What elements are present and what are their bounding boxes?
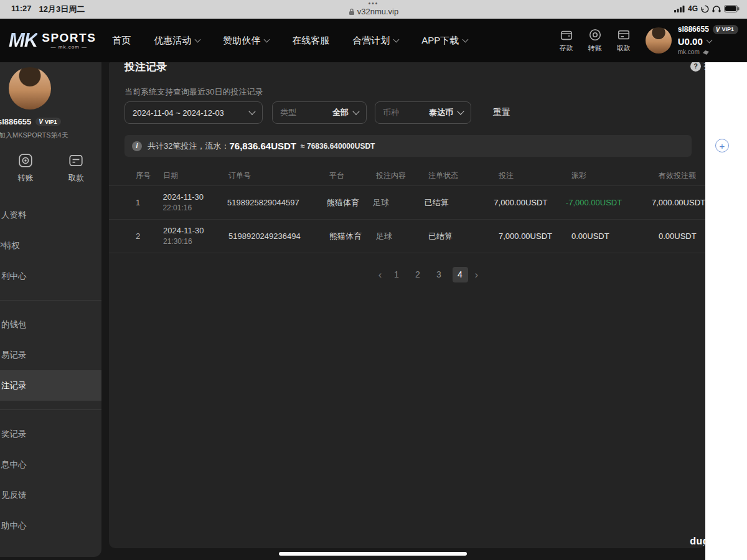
vip-badge[interactable]: VVIP1 bbox=[713, 25, 738, 34]
cell-valid-bet: 0.00USDT bbox=[659, 231, 705, 241]
sidebar-transfer-button[interactable]: 转账 bbox=[0, 152, 51, 184]
sidebar-item-vip-privilege[interactable]: P特权 bbox=[0, 230, 101, 261]
logo[interactable]: MK SPORTS — mk.com — bbox=[9, 29, 96, 52]
site-flag-icon bbox=[702, 49, 710, 55]
cell-bet-amount: 7,000.00USDT bbox=[499, 231, 571, 241]
cell-status: 已结算 bbox=[428, 231, 499, 242]
col-header: 投注 bbox=[499, 170, 571, 181]
col-header: 派彩 bbox=[571, 170, 659, 181]
wallet-icon bbox=[560, 28, 573, 42]
filter-bar: 2024-11-04 ~ 2024-12-03 类型 全部 币种 泰达币 重置 bbox=[125, 101, 510, 124]
sidebar-item-message-center[interactable]: 息中心 bbox=[0, 449, 101, 480]
page-button-3[interactable]: 3 bbox=[431, 267, 447, 282]
tab-overflow-dots[interactable]: ••• bbox=[369, 1, 379, 7]
vip-badge: VVIP1 bbox=[35, 118, 61, 126]
chevron-down-icon bbox=[352, 108, 359, 114]
sidebar-item-feedback[interactable]: 见反馈 bbox=[0, 480, 101, 510]
cell-bet-content: 足球 bbox=[373, 197, 425, 208]
cell-index: 1 bbox=[136, 198, 162, 207]
nav-item-support[interactable]: 在线客服 bbox=[292, 35, 329, 47]
signal-icon bbox=[674, 6, 685, 12]
prev-page-button[interactable]: ‹ bbox=[377, 269, 383, 281]
pagination: ‹ 1 2 3 4 › bbox=[130, 267, 705, 282]
table-row[interactable]: 1 2024-11-30 22:01:16 5198925829044597 熊… bbox=[109, 185, 705, 219]
chevron-down-icon bbox=[264, 37, 270, 43]
col-header: 注单状态 bbox=[428, 170, 499, 181]
page-button-2[interactable]: 2 bbox=[410, 267, 426, 282]
sidebar-item-help-center[interactable]: 助中心 bbox=[0, 510, 101, 541]
chevron-down-icon bbox=[248, 108, 255, 114]
cell-order-number: 5198925829044597 bbox=[227, 198, 327, 207]
right-white-panel: + bbox=[705, 62, 747, 560]
sidebar-withdraw-button[interactable]: 取款 bbox=[51, 152, 102, 184]
page-button-1[interactable]: 1 bbox=[389, 267, 405, 282]
page-subtitle: 当前系统支持查询最近30日的投注记录 bbox=[125, 86, 263, 98]
sidebar-menu: 人资料 P特权 利中心 的钱包 易记录 注记录 奖记录 息中心 见反馈 助中心 bbox=[0, 191, 101, 549]
address-bar[interactable]: v32nmu.vip bbox=[349, 7, 398, 17]
nav-item-sponsors[interactable]: 赞助伙伴 bbox=[223, 35, 269, 47]
help-icon: ? bbox=[690, 62, 701, 72]
page-body: sl886655 VVIP1 加入MKSPORTS第4天 转账 取款 人资料 P… bbox=[0, 62, 747, 560]
bank-card-icon bbox=[617, 28, 631, 42]
avatar[interactable] bbox=[646, 27, 672, 54]
cell-order-number: 5198920249236494 bbox=[228, 231, 329, 241]
site-label: mk.com bbox=[678, 48, 738, 56]
url-text: v32nmu.vip bbox=[357, 7, 398, 17]
sidebar: sl886655 VVIP1 加入MKSPORTS第4天 转账 取款 人资料 P… bbox=[0, 62, 101, 557]
cell-payout: -7,000.00USDT bbox=[566, 198, 652, 207]
transfer-icon bbox=[17, 152, 34, 169]
chevron-down-icon bbox=[393, 37, 400, 43]
info-icon: i bbox=[132, 141, 142, 151]
balance-dropdown[interactable]: U0.00 bbox=[678, 35, 738, 48]
headphones-icon bbox=[712, 5, 721, 12]
page-title: 投注记录 bbox=[125, 62, 167, 74]
logo-mk-text: MK bbox=[9, 29, 37, 52]
cell-bet-content: 足球 bbox=[376, 231, 428, 242]
bank-card-icon bbox=[68, 152, 84, 169]
network-type: 4G bbox=[688, 4, 698, 13]
page-button-4[interactable]: 4 bbox=[453, 267, 468, 282]
cell-date: 2024-11-30 22:01:16 bbox=[162, 192, 227, 212]
table-header-row: 序号 日期 订单号 平台 投注内容 注单状态 投注 派彩 有效投注额 bbox=[109, 166, 705, 185]
logo-domain-text: — mk.com — bbox=[51, 45, 87, 50]
type-select[interactable]: 类型 全部 bbox=[272, 101, 367, 124]
nav-item-promotions[interactable]: 优惠活动 bbox=[154, 35, 200, 47]
chevron-down-icon bbox=[463, 37, 469, 43]
status-bar: 11:27 12月3日周二 ••• v32nmu.vip 4G bbox=[0, 0, 747, 19]
deposit-button[interactable]: 存款 bbox=[552, 28, 581, 53]
col-header: 日期 bbox=[163, 170, 228, 181]
date-range-picker[interactable]: 2024-11-04 ~ 2024-12-03 bbox=[125, 101, 263, 124]
chevron-down-icon bbox=[706, 37, 712, 44]
cell-bet-amount: 7,000.00USDT bbox=[494, 198, 565, 207]
cell-platform: 熊猫体育 bbox=[327, 197, 373, 208]
col-header: 订单号 bbox=[228, 170, 329, 181]
sidebar-item-profile[interactable]: 人资料 bbox=[0, 200, 101, 230]
next-page-button[interactable]: › bbox=[474, 269, 480, 281]
sidebar-item-winning-records[interactable]: 奖记录 bbox=[0, 419, 101, 449]
menu-group-misc: 奖记录 息中心 见反馈 助中心 bbox=[0, 409, 101, 549]
col-header: 投注内容 bbox=[376, 170, 428, 181]
col-header: 有效投注额 bbox=[659, 170, 705, 181]
col-header: 平台 bbox=[329, 170, 376, 181]
main-nav: 首页 优惠活动 赞助伙伴 在线客服 合营计划 APP下载 bbox=[112, 35, 467, 47]
currency-select[interactable]: 币种 泰达币 bbox=[375, 101, 471, 124]
sidebar-item-benefit-center[interactable]: 利中心 bbox=[0, 261, 101, 291]
betting-rules-link[interactable]: ? 投 bbox=[690, 62, 705, 72]
table-row[interactable]: 2 2024-11-30 21:30:16 5198920249236494 熊… bbox=[109, 219, 705, 253]
sidebar-item-wallet[interactable]: 的钱包 bbox=[0, 309, 101, 340]
chevron-down-icon bbox=[457, 108, 464, 114]
withdraw-button[interactable]: 取款 bbox=[609, 28, 638, 53]
rotation-lock-icon bbox=[701, 5, 709, 13]
nav-item-affiliate[interactable]: 合营计划 bbox=[352, 35, 398, 47]
transfer-button[interactable]: 转账 bbox=[581, 28, 609, 53]
cell-date: 2024-11-30 21:30:16 bbox=[163, 226, 228, 246]
betting-records-panel: 投注记录 ? 投 当前系统支持查询最近30日的投注记录 2024-11-04 ~… bbox=[109, 62, 705, 548]
home-indicator[interactable] bbox=[279, 552, 467, 556]
sidebar-item-transaction-records[interactable]: 易记录 bbox=[0, 340, 101, 370]
chevron-down-icon bbox=[195, 37, 201, 43]
add-floating-button[interactable]: + bbox=[715, 139, 729, 152]
sidebar-item-betting-records[interactable]: 注记录 bbox=[0, 370, 101, 401]
nav-item-home[interactable]: 首页 bbox=[112, 35, 131, 47]
nav-item-app-download[interactable]: APP下载 bbox=[421, 35, 467, 47]
reset-button[interactable]: 重置 bbox=[493, 107, 510, 118]
